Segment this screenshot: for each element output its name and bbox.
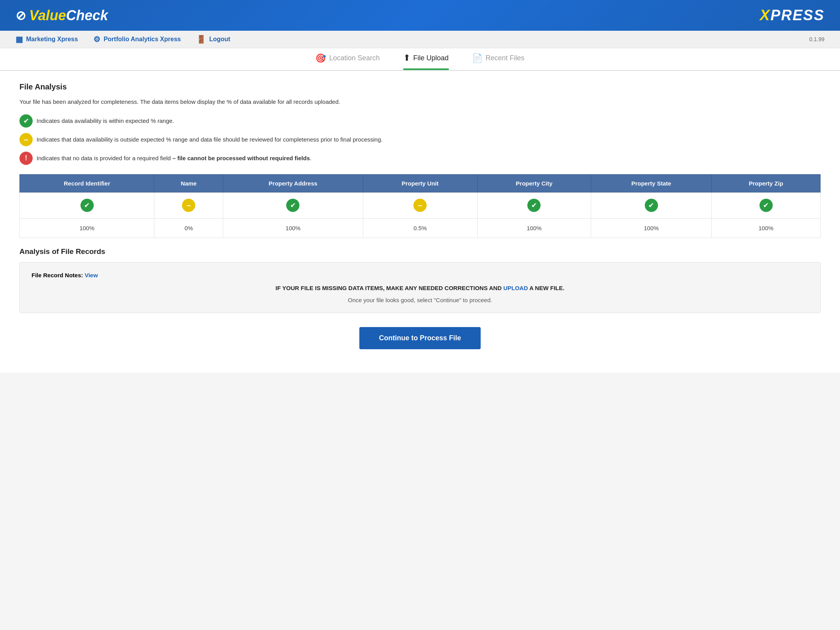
pct-address: 100% <box>223 218 363 238</box>
marketing-xpress-nav[interactable]: ▦ Marketing Xpress <box>16 35 78 44</box>
tab-file-upload[interactable]: ⬆ File Upload <box>403 53 449 70</box>
pct-name: 0% <box>154 218 223 238</box>
red-indicator-icon: ! <box>19 152 33 165</box>
zip-status-icon: ✔ <box>760 199 773 212</box>
version-label: 0.1.99 <box>809 36 824 42</box>
analysis-section: Analysis of File Records File Record Not… <box>19 247 821 313</box>
indicator-red-row: ! Indicates that no data is provided for… <box>19 152 821 165</box>
tab-upload-label: File Upload <box>413 54 449 62</box>
status-state: ✔ <box>591 192 712 218</box>
file-analysis-description: Your file has been analyzed for complete… <box>19 98 821 107</box>
record-id-status-icon: ✔ <box>80 199 94 212</box>
status-city: ✔ <box>477 192 591 218</box>
header: ⊘ ValueCheck XPRESS <box>0 0 840 31</box>
col-property-unit: Property Unit <box>363 174 477 192</box>
pct-state: 100% <box>591 218 712 238</box>
col-property-zip: Property Zip <box>712 174 821 192</box>
status-name: – <box>154 192 223 218</box>
indicator-green-row: ✔ Indicates data availability is within … <box>19 114 821 128</box>
analysis-box: File Record Notes: View IF YOUR FILE IS … <box>19 262 821 313</box>
button-area: Continue to Process File <box>19 327 821 361</box>
logout-label: Logout <box>209 36 230 43</box>
pct-city: 100% <box>477 218 591 238</box>
status-address: ✔ <box>223 192 363 218</box>
logout-icon: 🚪 <box>196 35 206 44</box>
marketing-label: Marketing Xpress <box>26 36 78 43</box>
continue-button[interactable]: Continue to Process File <box>359 327 480 349</box>
logo: ⊘ ValueCheck <box>16 7 108 24</box>
tab-location-label: Location Search <box>329 54 380 62</box>
col-name: Name <box>154 174 223 192</box>
yellow-indicator-icon: – <box>19 133 33 146</box>
red-indicator-text: Indicates that no data is provided for a… <box>37 155 312 161</box>
main-content: File Analysis Your file has been analyze… <box>0 71 840 373</box>
view-notes-link[interactable]: View <box>85 272 98 278</box>
continue-notice: Once your file looks good, select "Conti… <box>32 297 808 303</box>
city-status-icon: ✔ <box>527 199 541 212</box>
file-record-notes: File Record Notes: View <box>32 272 808 278</box>
top-nav: ▦ Marketing Xpress ⚙ Portfolio Analytics… <box>0 31 840 48</box>
portfolio-label: Portfolio Analytics Xpress <box>103 36 181 43</box>
missing-data-notice: IF YOUR FILE IS MISSING DATA ITEMS, MAKE… <box>32 285 808 291</box>
recent-files-icon: 📄 <box>472 53 483 63</box>
logo-icon: ⊘ <box>16 8 26 23</box>
state-status-icon: ✔ <box>645 199 658 212</box>
missing-data-text: IF YOUR FILE IS MISSING DATA ITEMS, MAKE… <box>276 285 504 291</box>
xpress-label: XPRESS <box>760 7 824 24</box>
pct-zip: 100% <box>712 218 821 238</box>
analysis-title: Analysis of File Records <box>19 247 821 256</box>
percentage-row: 100% 0% 100% 0.5% 100% 100% 100% <box>20 218 821 238</box>
pct-record-id: 100% <box>20 218 154 238</box>
missing-data-suffix: A NEW FILE. <box>528 285 565 291</box>
col-property-state: Property State <box>591 174 712 192</box>
yellow-indicator-text: Indicates that data availability is outs… <box>37 136 383 143</box>
pct-unit: 0.5% <box>363 218 477 238</box>
location-icon: 🎯 <box>315 53 326 63</box>
portfolio-analytics-nav[interactable]: ⚙ Portfolio Analytics Xpress <box>93 35 181 44</box>
col-property-city: Property City <box>477 174 591 192</box>
notes-label: File Record Notes: <box>32 272 83 278</box>
status-unit: – <box>363 192 477 218</box>
status-zip: ✔ <box>712 192 821 218</box>
tab-recent-files[interactable]: 📄 Recent Files <box>472 53 525 70</box>
logout-nav[interactable]: 🚪 Logout <box>196 35 230 44</box>
address-status-icon: ✔ <box>286 199 299 212</box>
upload-link[interactable]: UPLOAD <box>503 285 528 291</box>
col-property-address: Property Address <box>223 174 363 192</box>
name-status-icon: – <box>182 199 195 212</box>
marketing-icon: ▦ <box>16 35 23 44</box>
file-analysis-title: File Analysis <box>19 82 821 91</box>
upload-icon: ⬆ <box>403 53 410 63</box>
logo-text: ValueCheck <box>29 7 108 24</box>
unit-status-icon: – <box>413 199 427 212</box>
green-indicator-text: Indicates data availability is within ex… <box>37 117 174 124</box>
status-row: ✔ – ✔ – ✔ ✔ ✔ <box>20 192 821 218</box>
status-record-id: ✔ <box>20 192 154 218</box>
indicator-yellow-row: – Indicates that data availability is ou… <box>19 133 821 146</box>
tab-recent-label: Recent Files <box>486 54 525 62</box>
data-completeness-table: Record Identifier Name Property Address … <box>19 174 821 238</box>
tab-nav: 🎯 Location Search ⬆ File Upload 📄 Recent… <box>0 48 840 71</box>
portfolio-icon: ⚙ <box>93 35 100 44</box>
green-indicator-icon: ✔ <box>19 114 33 128</box>
tab-location-search[interactable]: 🎯 Location Search <box>315 53 380 70</box>
col-record-id: Record Identifier <box>20 174 154 192</box>
